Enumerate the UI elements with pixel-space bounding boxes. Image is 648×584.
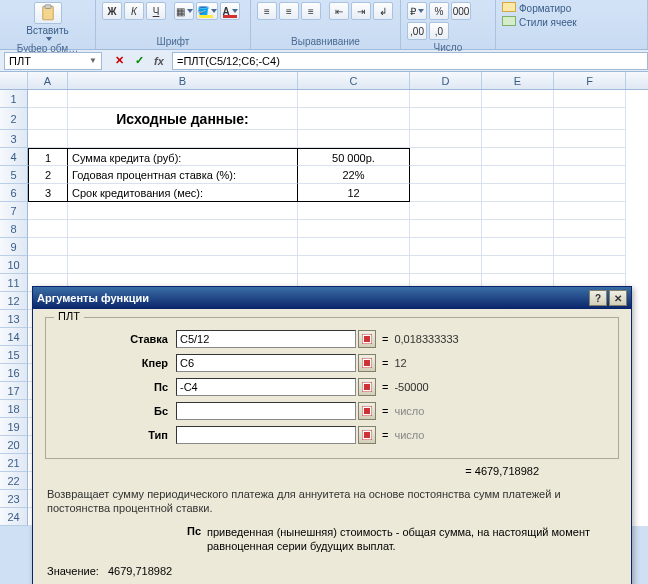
row-header[interactable]: 2: [0, 108, 28, 130]
col-header-D[interactable]: D: [410, 72, 482, 89]
comma-button[interactable]: 000: [451, 2, 471, 20]
cell[interactable]: [28, 90, 68, 108]
paste-button[interactable]: [34, 2, 62, 24]
arg-input-пс[interactable]: [176, 378, 356, 396]
row-header[interactable]: 5: [0, 166, 28, 184]
name-box[interactable]: ПЛТ ▼: [4, 52, 102, 70]
align-right-button[interactable]: ≡: [301, 2, 321, 20]
dialog-help-button[interactable]: ?: [589, 290, 607, 306]
percent-button[interactable]: %: [429, 2, 449, 20]
decimal-inc-button[interactable]: ,00: [407, 22, 427, 40]
cell[interactable]: [410, 130, 482, 148]
cell[interactable]: [68, 220, 298, 238]
align-center-button[interactable]: ≡: [279, 2, 299, 20]
cell[interactable]: [28, 108, 68, 130]
cell[interactable]: [410, 90, 482, 108]
border-button[interactable]: ▦: [174, 2, 194, 20]
cell[interactable]: [410, 238, 482, 256]
cell[interactable]: [482, 238, 554, 256]
cell[interactable]: [554, 202, 626, 220]
decimal-dec-button[interactable]: ,0: [429, 22, 449, 40]
row-header[interactable]: 20: [0, 436, 28, 454]
arg-input-ставка[interactable]: [176, 330, 356, 348]
cell[interactable]: Годовая процентная ставка (%):: [68, 166, 298, 184]
cell[interactable]: [28, 130, 68, 148]
cell[interactable]: [554, 238, 626, 256]
indent-increase-button[interactable]: ⇥: [351, 2, 371, 20]
cell[interactable]: [68, 90, 298, 108]
cell[interactable]: 22%: [298, 166, 410, 184]
bold-button[interactable]: Ж: [102, 2, 122, 20]
cell[interactable]: [410, 184, 482, 202]
cell[interactable]: [298, 202, 410, 220]
row-header[interactable]: 12: [0, 292, 28, 310]
fill-color-button[interactable]: 🪣: [196, 2, 218, 20]
row-header[interactable]: 9: [0, 238, 28, 256]
wrap-text-button[interactable]: ↲: [373, 2, 393, 20]
row-header[interactable]: 11: [0, 274, 28, 292]
row-header[interactable]: 4: [0, 148, 28, 166]
cell[interactable]: [68, 256, 298, 274]
row-header[interactable]: 7: [0, 202, 28, 220]
indent-decrease-button[interactable]: ⇤: [329, 2, 349, 20]
row-header[interactable]: 1: [0, 90, 28, 108]
dialog-close-button[interactable]: ✕: [609, 290, 627, 306]
cell[interactable]: [410, 220, 482, 238]
cell[interactable]: [554, 220, 626, 238]
formula-accept-button[interactable]: ✓: [130, 52, 148, 70]
cell[interactable]: [298, 220, 410, 238]
cell[interactable]: [482, 256, 554, 274]
cell[interactable]: [482, 202, 554, 220]
cell[interactable]: 2: [28, 166, 68, 184]
cell[interactable]: [554, 184, 626, 202]
cell[interactable]: [482, 166, 554, 184]
col-header-F[interactable]: F: [554, 72, 626, 89]
cell[interactable]: [554, 256, 626, 274]
cell[interactable]: [28, 256, 68, 274]
col-header-B[interactable]: B: [68, 72, 298, 89]
row-header[interactable]: 13: [0, 310, 28, 328]
cell[interactable]: 50 000р.: [298, 148, 410, 166]
cell[interactable]: [482, 184, 554, 202]
cell[interactable]: [482, 108, 554, 130]
row-header[interactable]: 8: [0, 220, 28, 238]
format-button[interactable]: Форматиро: [502, 2, 641, 14]
cell[interactable]: [554, 90, 626, 108]
sheet-title[interactable]: Исходные данные:: [68, 108, 298, 130]
cell[interactable]: [410, 166, 482, 184]
arg-input-бс[interactable]: [176, 402, 356, 420]
italic-button[interactable]: К: [124, 2, 144, 20]
row-header[interactable]: 16: [0, 364, 28, 382]
cell[interactable]: [410, 202, 482, 220]
cell[interactable]: [68, 130, 298, 148]
cell[interactable]: 3: [28, 184, 68, 202]
cell[interactable]: Срок кредитования (мес):: [68, 184, 298, 202]
cell[interactable]: [554, 148, 626, 166]
cell[interactable]: [410, 108, 482, 130]
range-selector-button[interactable]: [358, 402, 376, 420]
cell[interactable]: [298, 130, 410, 148]
cell[interactable]: [28, 238, 68, 256]
cell[interactable]: [298, 238, 410, 256]
row-header[interactable]: 10: [0, 256, 28, 274]
cell[interactable]: [482, 148, 554, 166]
formula-cancel-button[interactable]: ✕: [110, 52, 128, 70]
cell[interactable]: 1: [28, 148, 68, 166]
cell[interactable]: [482, 220, 554, 238]
col-header-C[interactable]: C: [298, 72, 410, 89]
row-header[interactable]: 17: [0, 382, 28, 400]
cell[interactable]: [28, 202, 68, 220]
dialog-titlebar[interactable]: Аргументы функции ? ✕: [33, 287, 631, 309]
range-selector-button[interactable]: [358, 426, 376, 444]
row-header[interactable]: 22: [0, 472, 28, 490]
cell[interactable]: [298, 90, 410, 108]
col-header-A[interactable]: A: [28, 72, 68, 89]
row-header[interactable]: 14: [0, 328, 28, 346]
align-left-button[interactable]: ≡: [257, 2, 277, 20]
name-box-dropdown-icon[interactable]: ▼: [89, 56, 97, 65]
row-header[interactable]: 24: [0, 508, 28, 526]
cell[interactable]: [68, 202, 298, 220]
range-selector-button[interactable]: [358, 354, 376, 372]
cell[interactable]: [482, 90, 554, 108]
underline-button[interactable]: Ч: [146, 2, 166, 20]
